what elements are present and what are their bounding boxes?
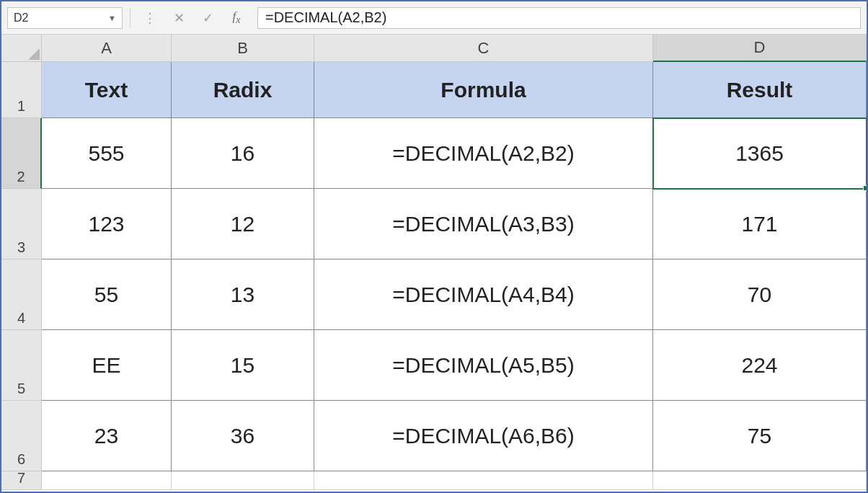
- divider: [130, 9, 130, 27]
- cell-C2[interactable]: =DECIMAL(A2,B2): [314, 118, 653, 189]
- cell-A4[interactable]: 55: [42, 259, 172, 330]
- cell-C6[interactable]: =DECIMAL(A6,B6): [314, 401, 653, 471]
- cell-B3[interactable]: 12: [172, 189, 314, 259]
- row-header-4[interactable]: 4: [1, 259, 42, 330]
- cell-A7[interactable]: [42, 471, 172, 490]
- cell-D6[interactable]: 75: [653, 401, 867, 471]
- cell-B6[interactable]: 36: [172, 401, 314, 471]
- cell-D7[interactable]: [653, 471, 867, 490]
- table-row: 123 12 =DECIMAL(A3,B3) 171: [42, 189, 867, 259]
- name-box[interactable]: D2 ▼: [7, 7, 123, 29]
- formula-bar: D2 ▼ ⋮ ✕ ✓ fx =DECIMAL(A2,B2): [1, 1, 867, 35]
- fill-handle[interactable]: [863, 185, 868, 191]
- cell-A6[interactable]: 23: [42, 401, 172, 471]
- enter-icon[interactable]: ✓: [195, 7, 220, 29]
- cell-D3[interactable]: 171: [653, 189, 867, 259]
- cell-B2[interactable]: 16: [172, 118, 314, 189]
- dropdown-icon[interactable]: ▼: [108, 14, 116, 22]
- cell-C7[interactable]: [314, 471, 653, 490]
- column-header-A[interactable]: A: [42, 35, 172, 62]
- row-header-3[interactable]: 3: [1, 189, 42, 259]
- table-row: 55 13 =DECIMAL(A4,B4) 70: [42, 259, 867, 330]
- column-header-C[interactable]: C: [314, 35, 653, 62]
- column-header-B[interactable]: B: [172, 35, 314, 62]
- row-header-5[interactable]: 5: [1, 330, 42, 401]
- formula-input[interactable]: =DECIMAL(A2,B2): [257, 7, 861, 29]
- cell-C3[interactable]: =DECIMAL(A3,B3): [314, 189, 653, 259]
- cell-A2[interactable]: 555: [42, 118, 172, 189]
- cells-grid: Text Radix Formula Result 555 16 =DECIMA…: [42, 62, 867, 490]
- cell-B7[interactable]: [172, 471, 314, 490]
- cell-A1[interactable]: Text: [42, 62, 172, 118]
- table-header-row: Text Radix Formula Result: [42, 62, 867, 118]
- cell-A3[interactable]: 123: [42, 189, 172, 259]
- cell-D2[interactable]: 1365: [653, 118, 867, 189]
- cell-B1[interactable]: Radix: [172, 62, 314, 118]
- cancel-icon[interactable]: ✕: [167, 7, 191, 29]
- row-header-1[interactable]: 1: [1, 62, 42, 118]
- cell-C4[interactable]: =DECIMAL(A4,B4): [314, 259, 653, 330]
- table-row: [42, 471, 867, 490]
- row-header-2[interactable]: 2: [1, 118, 42, 189]
- column-header-D[interactable]: D: [653, 35, 867, 62]
- table-row: EE 15 =DECIMAL(A5,B5) 224: [42, 330, 867, 401]
- cell-D4[interactable]: 70: [653, 259, 867, 330]
- dots-icon[interactable]: ⋮: [138, 7, 162, 29]
- select-all-corner[interactable]: [1, 35, 42, 62]
- column-headers: A B C D: [42, 35, 867, 62]
- cell-D5[interactable]: 224: [653, 330, 867, 401]
- row-header-6[interactable]: 6: [1, 401, 42, 471]
- table-row: 555 16 =DECIMAL(A2,B2) 1365: [42, 118, 867, 189]
- cell-C1[interactable]: Formula: [314, 62, 653, 118]
- table-row: 23 36 =DECIMAL(A6,B6) 75: [42, 401, 867, 471]
- cell-B5[interactable]: 15: [172, 330, 314, 401]
- cell-A5[interactable]: EE: [42, 330, 172, 401]
- row-header-7[interactable]: 7: [1, 471, 42, 490]
- cell-C5[interactable]: =DECIMAL(A5,B5): [314, 330, 653, 401]
- row-headers: 1 2 3 4 5 6 7: [1, 62, 42, 490]
- formula-input-value: =DECIMAL(A2,B2): [265, 9, 386, 26]
- cell-B4[interactable]: 13: [172, 259, 314, 330]
- cell-D2-value: 1365: [735, 141, 784, 166]
- fx-icon[interactable]: fx: [224, 7, 249, 29]
- cell-D1[interactable]: Result: [653, 62, 867, 118]
- name-box-value: D2: [14, 12, 28, 25]
- svg-marker-0: [28, 48, 40, 60]
